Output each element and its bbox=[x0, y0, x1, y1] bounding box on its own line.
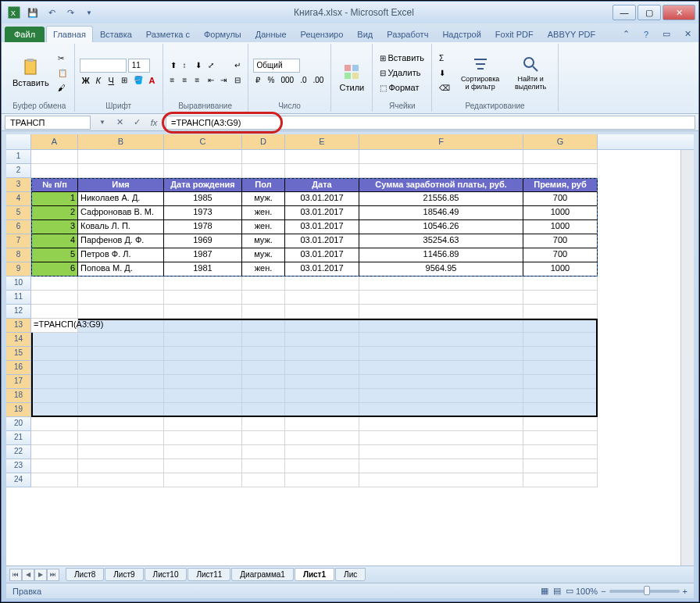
name-box[interactable]: ТРАНСП bbox=[5, 116, 91, 130]
cell[interactable] bbox=[285, 431, 359, 445]
col-header-c[interactable]: C bbox=[164, 134, 242, 149]
row-header-6[interactable]: 6 bbox=[6, 220, 31, 234]
cell[interactable] bbox=[164, 150, 242, 164]
view-pagebreak-icon[interactable]: ▭ bbox=[566, 586, 573, 596]
row-header-2[interactable]: 2 bbox=[6, 164, 31, 178]
tab-foxit[interactable]: Foxit PDF bbox=[488, 26, 541, 42]
table-header[interactable]: Премия, руб bbox=[523, 178, 598, 192]
align-middle-icon[interactable]: ↕ bbox=[180, 59, 191, 73]
cell[interactable] bbox=[285, 347, 359, 361]
cell[interactable] bbox=[164, 319, 242, 333]
cell[interactable] bbox=[242, 431, 285, 445]
cell[interactable] bbox=[164, 333, 242, 347]
cell[interactable] bbox=[359, 445, 523, 459]
qat-dropdown-icon[interactable]: ▼ bbox=[81, 5, 97, 20]
cell[interactable] bbox=[31, 347, 78, 361]
window-close-icon[interactable]: ✕ bbox=[677, 25, 698, 42]
border-button[interactable]: ⊞ bbox=[119, 73, 130, 87]
sheet-tab[interactable]: Диаграмма1 bbox=[231, 568, 294, 581]
row-header-19[interactable]: 19 bbox=[6, 403, 31, 417]
table-cell[interactable]: жен. bbox=[242, 206, 285, 220]
tab-review[interactable]: Рецензиро bbox=[294, 26, 351, 42]
table-cell[interactable]: 1000 bbox=[523, 262, 598, 277]
row-header-20[interactable]: 20 bbox=[6, 417, 31, 431]
cell[interactable] bbox=[31, 361, 78, 375]
table-header[interactable]: Пол bbox=[242, 178, 285, 192]
table-cell[interactable]: 4 bbox=[31, 234, 78, 248]
table-cell[interactable]: 03.01.2017 bbox=[285, 192, 359, 206]
font-size-combo[interactable]: 11 bbox=[128, 59, 150, 73]
table-cell[interactable]: 1000 bbox=[523, 220, 598, 234]
cell[interactable] bbox=[285, 403, 359, 417]
cell[interactable] bbox=[31, 277, 78, 291]
cell[interactable] bbox=[285, 305, 359, 319]
cell[interactable] bbox=[31, 333, 78, 347]
select-all-corner[interactable] bbox=[6, 134, 31, 149]
table-cell[interactable]: 1987 bbox=[164, 248, 242, 262]
cell[interactable] bbox=[164, 459, 242, 473]
row-header-23[interactable]: 23 bbox=[6, 459, 31, 473]
row-header-7[interactable]: 7 bbox=[6, 234, 31, 248]
table-cell[interactable]: 03.01.2017 bbox=[285, 220, 359, 234]
cell[interactable] bbox=[78, 347, 164, 361]
row-header-18[interactable]: 18 bbox=[6, 389, 31, 403]
ribbon-minimize-icon[interactable]: ⌃ bbox=[616, 25, 637, 42]
row-header-12[interactable]: 12 bbox=[6, 305, 31, 319]
copy-icon[interactable]: 📋 bbox=[55, 66, 70, 80]
cell[interactable] bbox=[78, 150, 164, 164]
tab-file[interactable]: Файл bbox=[5, 27, 45, 42]
cell[interactable] bbox=[523, 291, 598, 305]
cell[interactable] bbox=[78, 431, 164, 445]
sheet-nav-last-icon[interactable]: ⏭ bbox=[47, 569, 59, 581]
cell[interactable] bbox=[242, 347, 285, 361]
cell[interactable] bbox=[523, 150, 598, 164]
cell[interactable] bbox=[31, 473, 78, 487]
cell[interactable] bbox=[164, 291, 242, 305]
cell[interactable] bbox=[242, 164, 285, 178]
cell[interactable] bbox=[242, 375, 285, 389]
vertical-scrollbar[interactable] bbox=[680, 150, 694, 566]
row-header-1[interactable]: 1 bbox=[6, 150, 31, 164]
table-cell[interactable]: 03.01.2017 bbox=[285, 234, 359, 248]
cell[interactable] bbox=[31, 150, 78, 164]
tab-addins[interactable]: Надстрой bbox=[435, 26, 488, 42]
cell[interactable] bbox=[78, 473, 164, 487]
clear-icon[interactable]: ⌫ bbox=[437, 80, 452, 95]
col-header-a[interactable]: A bbox=[31, 134, 78, 149]
row-header-24[interactable]: 24 bbox=[6, 473, 31, 487]
table-cell[interactable]: муж. bbox=[242, 234, 285, 248]
table-cell[interactable]: 3 bbox=[31, 220, 78, 234]
table-cell[interactable]: 5 bbox=[31, 248, 78, 262]
tab-formulas[interactable]: Формулы bbox=[197, 26, 248, 42]
cell[interactable] bbox=[359, 417, 523, 431]
table-cell[interactable]: 1985 bbox=[164, 192, 242, 206]
underline-button[interactable]: Ч bbox=[106, 73, 117, 87]
sheet-tab[interactable]: Лист1 bbox=[295, 568, 334, 581]
cell[interactable] bbox=[523, 277, 598, 291]
zoom-slider[interactable] bbox=[609, 590, 680, 593]
cell[interactable] bbox=[285, 417, 359, 431]
row-header-22[interactable]: 22 bbox=[6, 445, 31, 459]
cell[interactable] bbox=[31, 459, 78, 473]
cut-icon[interactable]: ✂ bbox=[55, 51, 70, 65]
table-cell[interactable]: Николаев А. Д. bbox=[78, 192, 164, 206]
help-icon[interactable]: ? bbox=[637, 26, 655, 42]
row-header-17[interactable]: 17 bbox=[6, 375, 31, 389]
cell[interactable] bbox=[78, 333, 164, 347]
cell[interactable] bbox=[242, 361, 285, 375]
table-cell[interactable]: 1981 bbox=[164, 262, 242, 277]
align-right-icon[interactable]: ≡ bbox=[193, 73, 204, 87]
table-cell[interactable]: 9564.95 bbox=[359, 262, 523, 277]
qat-undo-icon[interactable]: ↶ bbox=[44, 5, 59, 20]
row-header-4[interactable]: 4 bbox=[6, 192, 31, 206]
fx-icon[interactable]: fx bbox=[147, 116, 161, 130]
sheet-nav-prev-icon[interactable]: ◀ bbox=[22, 569, 34, 581]
row-header-3[interactable]: 3 bbox=[6, 178, 31, 192]
table-cell[interactable]: муж. bbox=[242, 248, 285, 262]
cell[interactable] bbox=[242, 333, 285, 347]
delete-cells-button[interactable]: ⊟ Удалить bbox=[377, 66, 427, 80]
qat-redo-icon[interactable]: ↷ bbox=[62, 5, 78, 20]
cell[interactable] bbox=[242, 473, 285, 487]
cell[interactable] bbox=[31, 431, 78, 445]
cell[interactable] bbox=[285, 291, 359, 305]
